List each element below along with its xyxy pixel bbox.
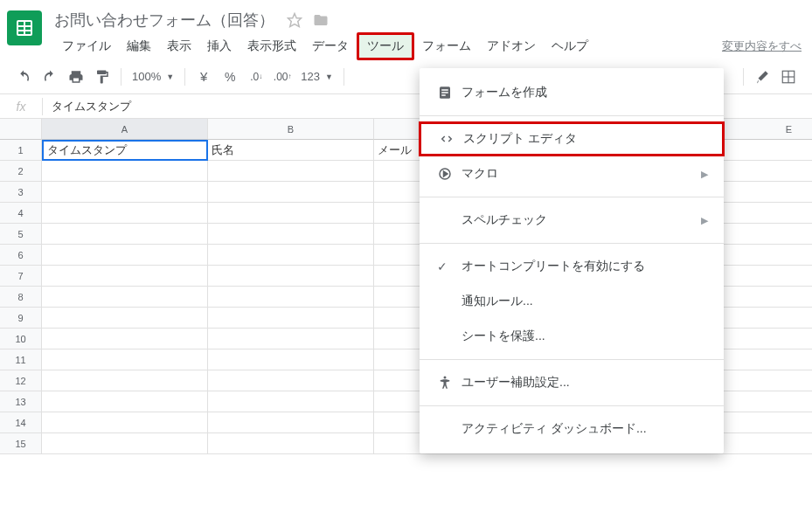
row-header[interactable]: 12 [0,370,42,391]
menu-ツール[interactable]: ツール [357,32,414,60]
row-header[interactable]: 10 [0,329,42,349]
cell[interactable] [208,391,374,412]
menu-item-label: オートコンプリートを有効にする [462,259,645,274]
col-header[interactable]: A [42,119,208,140]
menu-ファイル[interactable]: ファイル [54,35,119,58]
menu-item-ユーザー補助設定...[interactable]: ユーザー補助設定... [420,365,724,400]
menu-挿入[interactable]: 挿入 [199,35,239,58]
cell[interactable] [208,245,374,266]
fx-icon: fx [0,100,42,114]
cell[interactable] [208,370,374,391]
cell[interactable] [42,203,208,224]
changes-link[interactable]: 変更内容をすべ [722,38,802,54]
row-header[interactable]: 3 [0,182,42,203]
cell[interactable] [208,308,374,329]
cell[interactable] [208,203,374,224]
redo-button[interactable] [37,65,63,89]
star-icon[interactable] [287,12,302,28]
cell[interactable] [42,370,208,391]
row-header[interactable]: 2 [0,161,42,182]
cell[interactable] [208,412,374,433]
cell[interactable] [42,287,208,308]
macro-icon [437,166,462,182]
cell[interactable]: 氏名 [208,140,374,161]
row-header[interactable]: 14 [0,412,42,433]
row-header[interactable]: 6 [0,245,42,266]
zoom-select[interactable]: 100%▼ [127,70,179,83]
row-header[interactable]: 8 [0,287,42,308]
menu-item-マクロ[interactable]: マクロ▶ [420,156,724,191]
cell[interactable] [208,329,374,349]
cell[interactable] [42,182,208,203]
number-format-select[interactable]: 123▼ [295,70,338,83]
cell[interactable] [208,182,374,203]
formula-bar[interactable]: タイムスタンプ [43,99,131,114]
menu-item-スペルチェック[interactable]: スペルチェック▶ [420,203,724,238]
cell[interactable] [208,287,374,308]
cell[interactable] [42,349,208,370]
borders-button[interactable] [775,65,802,89]
row-header[interactable]: 5 [0,224,42,245]
print-button[interactable] [63,65,89,89]
cell[interactable] [42,412,208,433]
cell[interactable] [42,245,208,266]
cell[interactable] [42,329,208,349]
menu-separator [420,243,724,244]
row-header[interactable]: 7 [0,266,42,287]
menu-item-通知ルール...[interactable]: 通知ルール... [420,284,724,319]
cell[interactable] [208,433,374,454]
svg-marker-4 [288,14,302,27]
col-header[interactable]: B [208,119,374,140]
menu-separator [420,197,724,197]
svg-rect-11 [441,94,446,96]
undo-button[interactable] [10,65,37,89]
menu-データ[interactable]: データ [304,35,357,58]
percent-button[interactable]: % [217,65,243,89]
paint-format-button[interactable] [89,65,115,89]
row-header[interactable]: 15 [0,433,42,454]
fill-color-button[interactable] [749,65,775,89]
row-header[interactable]: 9 [0,308,42,329]
menu-item-スクリプト エディタ[interactable]: スクリプト エディタ [419,121,725,156]
cell[interactable] [208,161,374,182]
menu-item-label: スペルチェック [462,212,547,228]
cell[interactable] [208,349,374,370]
folder-icon[interactable] [313,12,329,28]
cell[interactable] [42,308,208,329]
increase-decimal-button[interactable]: .00↑ [269,65,295,89]
select-all-corner[interactable] [0,119,42,140]
row-header[interactable]: 1 [0,140,42,161]
decrease-decimal-button[interactable]: .0↓ [243,65,269,89]
cell[interactable] [42,161,208,182]
cell[interactable]: タイムスタンプ [42,140,208,161]
currency-button[interactable]: ¥ [191,65,217,89]
menu-item-オートコンプリートを有効にする[interactable]: ✓オートコンプリートを有効にする [420,249,724,284]
menu-item-label: シートを保護... [462,329,545,344]
cell[interactable] [42,433,208,454]
menu-表示[interactable]: 表示 [159,35,199,58]
svg-rect-9 [441,89,448,91]
row-header[interactable]: 4 [0,203,42,224]
menu-separator [420,359,724,360]
cell[interactable] [208,224,374,245]
cell[interactable] [208,266,374,287]
menu-表示形式[interactable]: 表示形式 [239,35,304,58]
row-header[interactable]: 11 [0,349,42,370]
menu-ヘルプ[interactable]: ヘルプ [544,35,596,58]
row-header[interactable]: 13 [0,391,42,412]
menu-item-シートを保護...[interactable]: シートを保護... [420,319,724,354]
menu-アドオン[interactable]: アドオン [479,35,544,58]
menu-item-アクティビティ ダッシュボード...[interactable]: アクティビティ ダッシュボード... [420,412,724,446]
cell[interactable] [42,224,208,245]
menu-item-label: ユーザー補助設定... [462,375,570,391]
menubar: ファイル編集表示挿入表示形式データツールフォームアドオンヘルプ変更内容をすべ [54,33,805,59]
menu-編集[interactable]: 編集 [119,35,159,58]
menu-item-フォームを作成[interactable]: フォームを作成 [420,75,724,110]
doc-title[interactable]: お問い合わせフォーム（回答） [54,10,274,31]
svg-rect-10 [441,92,448,93]
submenu-arrow-icon: ▶ [701,169,708,180]
sheets-logo[interactable] [7,10,42,45]
cell[interactable] [42,391,208,412]
menu-フォーム[interactable]: フォーム [414,35,479,58]
cell[interactable] [42,266,208,287]
